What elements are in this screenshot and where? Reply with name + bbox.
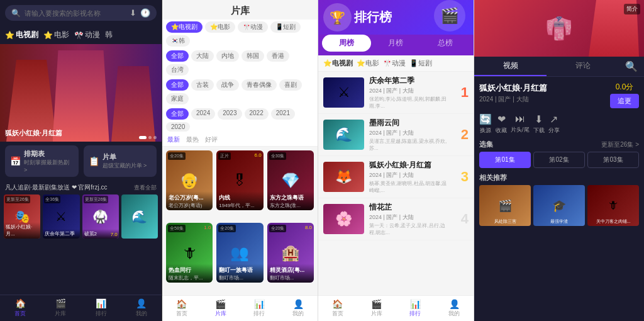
cat-tab-tv[interactable]: ⭐电视剧: [5, 28, 38, 42]
schedule-card[interactable]: 📅 排期表 时刻掌握最新热剧 >: [5, 145, 79, 177]
rank-item-2[interactable]: 🌊 墨雨云间 2024 | 国产 | 大陆 吴谨言,王星越,陈嘉湄,梁永祺,乔欣…: [318, 114, 474, 156]
catalog-item-6[interactable]: 🏨 全20集 8.0 精灵酒店(粤... 翻叮市场...: [267, 223, 314, 283]
catalog-icon: 🎬: [55, 298, 66, 308]
filter-all-region[interactable]: 全部: [166, 50, 189, 62]
tab-monthly[interactable]: 月榜: [371, 35, 420, 52]
rcat-short[interactable]: 📱短剧: [409, 59, 432, 68]
p2-nav-home[interactable]: 🏠 首页: [162, 296, 201, 321]
download-icon[interactable]: ⬇: [130, 8, 136, 18]
filter-inland[interactable]: 内地: [216, 50, 239, 62]
playlist-card[interactable]: 📋 片单 超级宝藏的片单 >: [84, 145, 157, 177]
episode-btn-3[interactable]: 第03集: [587, 152, 639, 168]
detail-tab-comments[interactable]: 评论: [547, 57, 619, 76]
filter-2022[interactable]: 2022: [245, 108, 269, 120]
catalog-item-5[interactable]: 👥 全20集 翻叮一族粤语 翻叮市场...: [216, 223, 263, 283]
filter-all-genre[interactable]: 全部: [166, 79, 189, 91]
movie-item-2[interactable]: ⚔ 全36集 庆余年第二季: [43, 194, 79, 239]
rank-item-4[interactable]: 🌸 惜花芷 2024 | 国产 | 大陆 第一天：云希,孟子义,呈祥,吕行,边程…: [318, 198, 474, 240]
catalog-item-3[interactable]: 💎 全30集 东方之珠粤语 东方之珠(淮...: [267, 150, 314, 210]
filter-tv[interactable]: ⭐电视剧: [166, 21, 203, 33]
cat-tab-anime[interactable]: 🎌动漫: [74, 28, 100, 42]
recommend-item-3[interactable]: 🗡 关中刀客之肉铺...: [587, 185, 639, 226]
history-icon[interactable]: 🕐: [140, 8, 150, 18]
action-share[interactable]: ↗ 分享: [548, 113, 560, 135]
filter-short[interactable]: 📱短剧: [270, 21, 301, 33]
p3-nav-home[interactable]: 🏠 首页: [318, 296, 357, 321]
recommend-item-1[interactable]: 🎬 风处除三害: [479, 185, 531, 226]
action-favorite[interactable]: ❤ 收藏: [496, 113, 507, 135]
filter-korean[interactable]: 🇰🇷韩: [166, 35, 190, 47]
rcat-movie[interactable]: ⭐电影: [357, 59, 379, 68]
section-label: 凡人追剧·最新剧集放送 ❤ 官网frzj.cc: [5, 183, 107, 192]
filter-ancient[interactable]: 古装: [191, 79, 214, 91]
filter-2024[interactable]: 2024: [191, 108, 215, 120]
rank-meta-3: 2024 | 国产 | 大陆: [369, 171, 451, 179]
sort-rating[interactable]: 好评: [205, 135, 218, 144]
download-label: 下载: [533, 127, 545, 135]
filter-anime[interactable]: 🎌动漫: [238, 21, 268, 33]
action-download[interactable]: ⬇ 下载: [533, 113, 545, 135]
filter-mainland[interactable]: 大陆: [191, 50, 214, 62]
sort-newest[interactable]: 最新: [167, 135, 180, 144]
p3-nav-profile[interactable]: 👤 我的: [435, 296, 474, 321]
p2-nav-ranking[interactable]: 📊 排行: [240, 296, 279, 321]
cat-tab-korean[interactable]: 韩: [105, 28, 113, 42]
nav-profile[interactable]: 👤 我的: [121, 295, 162, 321]
rank-actors-3: 杨幂,黄圣依,谢晓明,杜晶,胡连馨,温崎嵧,...: [369, 180, 451, 194]
movie-item-4[interactable]: 🌊: [121, 194, 158, 239]
search-input[interactable]: [25, 9, 126, 17]
catalog-title-4: 热血同行: [169, 266, 210, 274]
sort-hottest[interactable]: 最热: [186, 135, 199, 144]
episode-more[interactable]: 更新至26集 >: [601, 140, 639, 149]
filter-korea[interactable]: 韩国: [242, 50, 264, 62]
rank-item-3[interactable]: 🦊 狐妖小红娘·月红篇 2024 | 国产 | 大陆 杨幂,黄圣依,谢晓明,杜晶…: [318, 156, 474, 198]
filter-family[interactable]: 家庭: [166, 93, 189, 104]
p3-catalog-label: 片库: [371, 310, 382, 318]
filter-hk[interactable]: 香港: [267, 50, 289, 62]
schedule-label: 排期表: [24, 149, 74, 159]
cat-tab-movie[interactable]: ⭐电影: [43, 28, 69, 42]
filter-movie[interactable]: ⭐电影: [205, 21, 235, 33]
filter-romance[interactable]: 青春偶像: [242, 79, 277, 91]
section-header: 凡人追剧·最新剧集放送 ❤ 官网frzj.cc 查看全部: [0, 181, 162, 194]
recommend-item-2[interactable]: 🎓 最强学渣: [533, 185, 585, 226]
see-all-link[interactable]: 查看全部: [134, 184, 157, 192]
filter-all-year[interactable]: 全部: [166, 108, 189, 120]
catalog-item-2[interactable]: 🎖 正片 6.0 内线 1949年代，平...: [216, 150, 263, 210]
rank-number-4: 4: [456, 211, 469, 227]
p3-nav-ranking[interactable]: 📊 排行: [396, 296, 435, 321]
filter-war[interactable]: 战争: [216, 79, 239, 91]
tab-weekly[interactable]: 周榜: [322, 35, 371, 52]
detail-tab-video[interactable]: 视频: [474, 57, 547, 76]
catalog-item-4[interactable]: 🗡 全58集 1.0 热血同行 随末乱志，平...: [166, 223, 213, 283]
filter-comedy[interactable]: 喜剧: [279, 79, 302, 91]
filter-2020[interactable]: 2020: [166, 122, 190, 132]
filter-taiwan[interactable]: 台湾: [166, 64, 189, 76]
p2-nav-catalog[interactable]: 🎬 片库: [201, 296, 240, 321]
catalog-item-1[interactable]: 👴 全20集 老公万岁(粤... 老公万岁(粤语): [166, 150, 213, 210]
catalog-title-3: 东方之珠粤语: [270, 194, 311, 202]
episode-btn-1[interactable]: 第01集: [479, 152, 531, 168]
playlist-icon: 📋: [89, 156, 99, 166]
action-source[interactable]: 🔄 换源: [479, 113, 492, 135]
p3-nav-catalog[interactable]: 🎬 片库: [357, 296, 396, 321]
tab-total[interactable]: 总榜: [421, 35, 470, 52]
hero-banner[interactable]: 狐妖小红娘·月红篇: [0, 44, 162, 142]
catalog-badge-5: 全20集: [218, 225, 236, 232]
movie-item-1[interactable]: 🎭 更新至26集 狐妖小红娘·月...: [4, 194, 40, 239]
rcat-anime[interactable]: 🎌动漫: [383, 59, 406, 68]
nav-home[interactable]: 🏠 首页: [0, 295, 40, 321]
nav-catalog[interactable]: 🎬 片库: [40, 295, 80, 321]
p2-nav-profile[interactable]: 👤 我的: [279, 296, 318, 321]
movie-item-3[interactable]: 🥋 更新至26集 破茧2 7.0: [82, 194, 119, 239]
filter-2021[interactable]: 2021: [271, 108, 295, 120]
nav-ranking[interactable]: 📊 排行: [81, 295, 121, 321]
episode-btn-2[interactable]: 第02集: [533, 152, 585, 168]
p3-home-label: 首页: [332, 310, 343, 318]
play-button[interactable]: 追更: [610, 94, 639, 108]
filter-2023[interactable]: 2023: [218, 108, 242, 120]
rank-item-1[interactable]: ⚔ 庆余年第二季 2024 | 国产 | 大陆 张若昀,李沁,陈道明,吴刚,郭麒…: [318, 72, 474, 114]
action-skip[interactable]: ⏭ 片头/尾: [511, 113, 530, 135]
rcat-tv[interactable]: ⭐电视剧: [323, 59, 353, 68]
detail-search-icon[interactable]: 🔍: [619, 57, 644, 76]
